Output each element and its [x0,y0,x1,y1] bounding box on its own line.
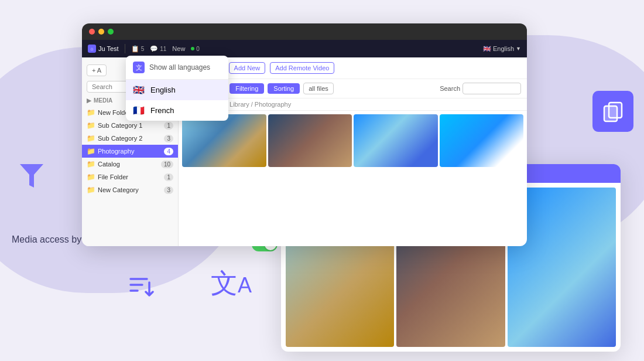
dropdown-header: 文 Show all languages [126,56,228,80]
folder-icon: 📁 [87,108,95,117]
sidebar-item-label: Catalog [98,161,120,168]
logo-area: ⌂ Ju Test [88,45,119,53]
photo-cell-1[interactable] [182,114,266,167]
english-label: English [150,86,176,94]
copy-icon [592,91,633,132]
folder-icon: 📁 [87,121,95,130]
search-area: Search [440,83,521,94]
lang-item-english[interactable]: 🇬🇧 English [126,80,228,100]
all-files-button[interactable]: all files [303,83,334,94]
sidebar-item-label: Photography [98,148,134,155]
sidebar-item-sub-cat-1[interactable]: 📁 Sub Category 1 1 [82,119,178,132]
toolbar-comments: 💬 11 [150,45,166,53]
status-count: 0 [196,46,200,52]
translate-icon: 文 [133,62,145,73]
close-dot [89,29,95,35]
count-badge: 3 [164,135,173,142]
sidebar-item-file-folder[interactable]: 📁 File Folder 1 [82,171,178,183]
clipboard-count: 5 [141,46,145,52]
filtering-button[interactable]: Filtering [229,83,264,94]
photo-cell-4[interactable] [440,114,524,167]
language-selector[interactable]: 🇬🇧 English ▼ [483,45,521,53]
lang-item-french[interactable]: 🇫🇷 French [126,100,228,121]
main-content: a Library Add New Add Remote Video Bulk … [179,57,527,246]
french-label: French [150,106,174,115]
sidebar-item-new-category[interactable]: 📁 New Category 3 [82,183,178,196]
comment-icon: 💬 [150,45,158,53]
add-remote-button[interactable]: Add Remote Video [270,62,334,74]
photo-cell-2[interactable] [268,114,352,167]
add-new-button[interactable]: Add New [229,62,266,74]
filter-icon [16,158,47,197]
sidebar-item-label: File Folder [98,173,128,180]
search-input-main[interactable] [463,83,521,94]
sidebar-item-label: Sub Category 1 [98,122,142,129]
breadcrumb: re here : Media Library / Photography [179,98,527,111]
photo-grid [179,111,527,246]
translate-icon: 文A [211,270,252,297]
home-icon: ⌂ [88,45,96,53]
sidebar-item-sub-cat-2[interactable]: 📁 Sub Category 2 3 [82,132,178,145]
status-dot [191,47,194,50]
folder-icon-active: 📁 [87,147,95,155]
count-badge: 10 [161,161,173,168]
svg-rect-1 [609,103,622,118]
language-dropdown: 文 Show all languages 🇬🇧 English 🇫🇷 Frenc… [126,56,228,121]
folder-icon: 📁 [87,160,95,168]
count-badge: 1 [164,122,173,130]
content-toolbar: Bulk select Filtering Sorting all files … [179,79,527,98]
main-header: a Library Add New Add Remote Video [179,57,527,79]
media-icon: ▶ [87,97,91,104]
lang-label: English [493,45,514,52]
toolbar-clipboard: 📋 5 [131,45,145,53]
sidebar-item-photography[interactable]: 📁 Photography 4 [82,145,178,158]
folder-icon: 📁 [87,134,95,142]
new-button[interactable]: New [172,45,185,52]
sidebar-item-label: New Category [98,186,139,193]
minimize-dot [98,29,104,35]
english-flag: 🇬🇧 [133,84,145,96]
logo-text: Ju Test [98,45,119,52]
photo-cell-3[interactable] [354,114,438,167]
sidebar-item-catalog[interactable]: 📁 Catalog 10 [82,158,178,171]
show-all-label: Show all languages [149,63,210,71]
expand-dot [108,29,114,35]
clipboard-icon: 📋 [131,45,139,53]
add-button[interactable]: + A [87,64,107,76]
sort-icon [126,270,156,302]
comment-count: 11 [160,46,166,52]
count-badge: 4 [164,148,173,155]
sidebar-item-label: Sub Category 2 [98,135,142,142]
separator-1 [125,44,125,53]
count-badge: 3 [164,186,173,194]
folder-icon: 📁 [87,186,95,194]
app-toolbar: ⌂ Ju Test 📋 5 💬 11 New 0 🇬🇧 English ▼ [82,40,527,57]
chevron-down-icon: ▼ [516,46,521,52]
title-bar [82,23,527,40]
toolbar-status: 0 [191,46,200,52]
media-label: MEDIA [94,97,112,104]
flag-icon: 🇬🇧 [483,45,491,53]
count-badge: 1 [164,173,173,181]
folder-icon: 📁 [87,173,95,181]
search-label: Search [440,85,460,92]
french-flag: 🇫🇷 [133,105,145,116]
sorting-button[interactable]: Sorting [268,83,300,94]
